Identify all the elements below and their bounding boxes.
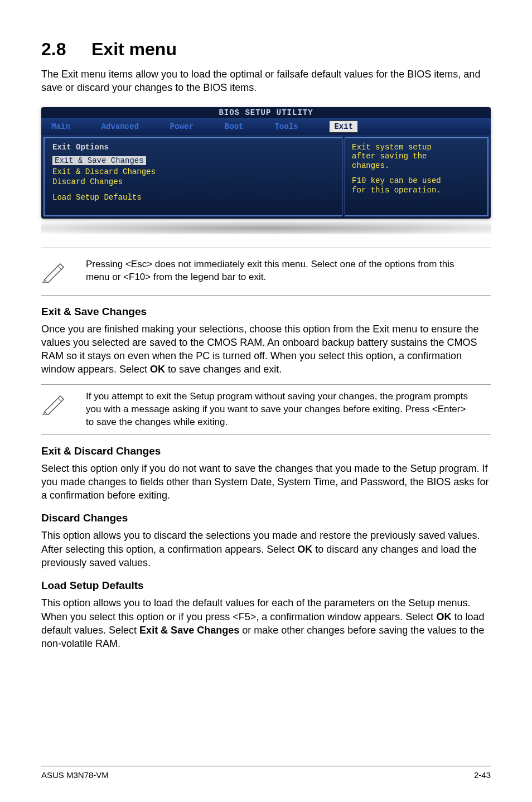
page-footer: ASUS M3N78-VM 2-43 bbox=[41, 770, 491, 780]
para-exit-discard: Select this option only if you do not wa… bbox=[41, 462, 491, 503]
subhead-exit-save: Exit & Save Changes bbox=[41, 306, 491, 318]
bios-tab-row: Main Advanced Power Boot Tools Exit bbox=[41, 118, 491, 135]
footer-left: ASUS M3N78-VM bbox=[41, 770, 109, 780]
text-span: This option allows you to load the defau… bbox=[41, 597, 470, 622]
subhead-discard: Discard Changes bbox=[41, 512, 491, 524]
bios-item-discard: Discard Changes bbox=[52, 177, 334, 186]
bios-tab-main: Main bbox=[51, 122, 70, 131]
bios-help-line: after saving the bbox=[352, 152, 481, 161]
para-discard: This option allows you to discard the se… bbox=[41, 529, 491, 569]
note-text-2: If you attempt to exit the Setup program… bbox=[86, 390, 491, 429]
bios-screenshot: BIOS SETUP UTILITY Main Advanced Power B… bbox=[41, 107, 491, 219]
bios-utility-title: BIOS SETUP UTILITY bbox=[41, 107, 491, 118]
bios-help-line: F10 key can be used bbox=[352, 176, 481, 186]
bold-ok: OK bbox=[436, 611, 451, 622]
text-span: to save changes and exit. bbox=[165, 364, 282, 375]
footer-rule bbox=[41, 766, 491, 766]
section-heading: 2.8Exit menu bbox=[41, 39, 491, 60]
bios-item-exit-discard: Exit & Discard Changes bbox=[52, 167, 334, 176]
section-title-text: Exit menu bbox=[91, 39, 177, 59]
footer-right: 2-43 bbox=[474, 770, 491, 780]
bios-help-line: for this operation. bbox=[352, 186, 481, 195]
pencil-icon bbox=[41, 390, 72, 417]
bios-left-pane: Exit Options Exit & Save Changes Exit & … bbox=[43, 137, 342, 216]
bold-exit-save: Exit & Save Changes bbox=[139, 625, 239, 636]
bios-tab-boot: Boot bbox=[225, 122, 244, 131]
bios-tab-tools: Tools bbox=[274, 122, 298, 131]
note-text-1: Pressing <Esc> does not immediately exit… bbox=[86, 258, 491, 284]
bold-ok: OK bbox=[150, 364, 165, 375]
bios-help-line: Exit system setup bbox=[352, 143, 481, 152]
section-number: 2.8 bbox=[41, 39, 91, 60]
bios-shadow bbox=[41, 222, 491, 234]
bios-help-line: changes. bbox=[352, 161, 481, 171]
para-exit-save: Once you are finished making your select… bbox=[41, 322, 491, 376]
intro-paragraph: The Exit menu items allow you to load th… bbox=[41, 67, 491, 95]
bios-right-pane: Exit system setup after saving the chang… bbox=[345, 137, 489, 216]
pencil-icon bbox=[41, 258, 72, 285]
bios-tab-advanced: Advanced bbox=[101, 122, 139, 131]
divider bbox=[41, 295, 491, 296]
bios-tab-power: Power bbox=[170, 122, 194, 131]
note-block-2: If you attempt to exit the Setup program… bbox=[41, 384, 491, 435]
bios-left-header: Exit Options bbox=[52, 143, 334, 152]
divider bbox=[41, 248, 491, 248]
note-block-1: Pressing <Esc> does not immediately exit… bbox=[41, 256, 491, 285]
bold-ok: OK bbox=[297, 544, 312, 555]
bios-item-exit-save: Exit & Save Changes bbox=[52, 156, 146, 165]
subhead-exit-discard: Exit & Discard Changes bbox=[41, 445, 491, 457]
para-load-defaults: This option allows you to load the defau… bbox=[41, 596, 491, 650]
bios-item-load-defaults: Load Setup Defaults bbox=[52, 193, 334, 202]
bios-tab-exit: Exit bbox=[329, 120, 358, 133]
subhead-load-defaults: Load Setup Defaults bbox=[41, 579, 491, 592]
